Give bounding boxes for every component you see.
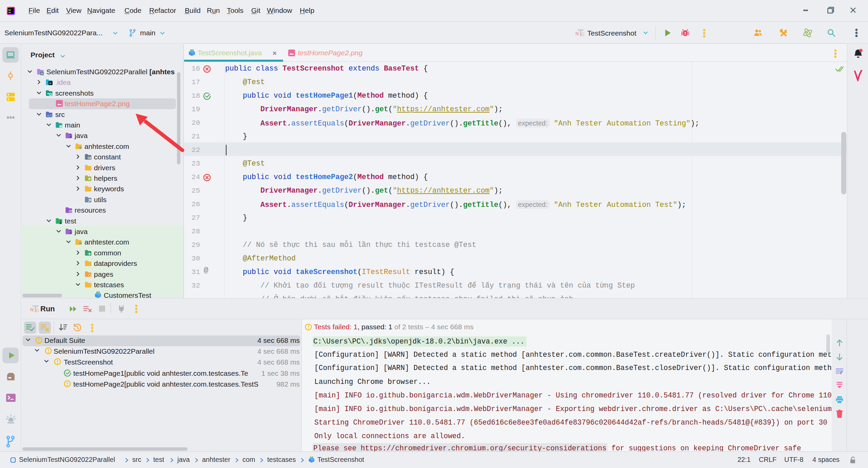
svg-text:IJ: IJ xyxy=(50,82,52,84)
svg-text:IJ: IJ xyxy=(8,8,11,12)
svg-text:G: G xyxy=(581,32,584,37)
svg-text:N: N xyxy=(575,31,579,36)
svg-text:N: N xyxy=(30,307,34,312)
svg-text:G: G xyxy=(36,308,39,313)
svg-text:</>: </> xyxy=(47,114,53,118)
